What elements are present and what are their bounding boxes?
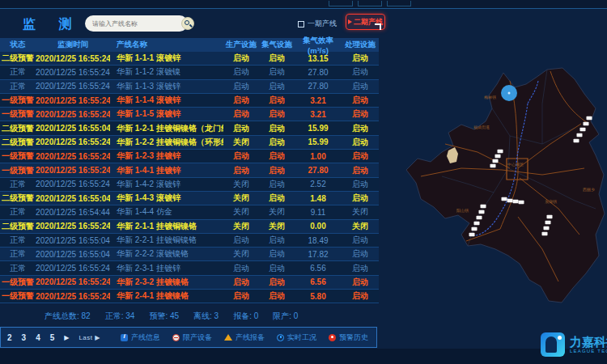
page-number[interactable]: 3 [22, 333, 27, 342]
cell-efficiency: 9.11 [295, 208, 342, 217]
search-input[interactable] [85, 15, 181, 32]
device-marker[interactable] [580, 128, 586, 131]
cell-efficiency: 1.48 [295, 194, 342, 203]
table-row[interactable]: 正常 2020/12/25 16:55:04 华新 2-2-2 滚镀镍铬 关闭 … [0, 248, 379, 261]
cell-treatment: 关闭 [342, 206, 379, 218]
device-marker[interactable] [479, 210, 485, 214]
page-number[interactable]: 4 [36, 333, 40, 342]
table-row[interactable]: 二级预警 2020/12/25 16:55:24 华新 2-1-1 挂镀铜镍铬 … [0, 220, 379, 234]
region-map[interactable]: 梅林镇福成街道中心城区西丽乡阳山镇东湖镇 [397, 47, 607, 315]
table-row[interactable]: 一级预警 2020/12/25 16:55:24 华新 1-1-5 滚镀锌 启动… [0, 108, 379, 121]
cell-status: 一级预警 [0, 95, 36, 106]
cell-time: 2020/12/25 16:55:24 [36, 110, 110, 119]
cell-line-name: 华新 2-3-2 挂镀镍铬 [110, 277, 223, 288]
cell-line-name: 华新 1-2-3 挂镀锌 [110, 150, 223, 162]
device-marker[interactable] [519, 201, 524, 204]
flag-icon [348, 19, 352, 24]
cell-gas-collection: 关闭 [259, 221, 295, 232]
device-marker[interactable] [490, 164, 496, 167]
table-row[interactable]: 正常 2020/12/25 16:55:24 华新 2-3-1 挂镀锌 启动 启… [0, 261, 379, 275]
cell-time: 2020/12/25 16:55:24 [36, 292, 110, 301]
table-row[interactable]: 一级预警 2020/12/25 16:55:24 华新 1-2-3 挂镀锌 启动… [0, 150, 379, 163]
column-header: 监测时间 [36, 40, 110, 50]
device-marker[interactable] [474, 222, 480, 225]
summary-item: 正常: 34 [105, 311, 135, 322]
cell-status: 二级预警 [0, 221, 36, 232]
device-marker[interactable] [498, 150, 503, 153]
table-row[interactable]: 正常 2020/12/25 16:55:24 华新 1-1-3 滚镀锌 启动 启… [0, 80, 379, 94]
device-marker[interactable] [584, 122, 589, 125]
summary-bar: 产线总数: 82正常: 34预警: 45离线: 3报备: 0限产: 0 [45, 309, 384, 324]
pagination: 2345▶Last ▶ [1, 333, 100, 342]
cell-line-name: 华新 1-1-4 滚镀锌 [110, 95, 223, 106]
device-marker[interactable] [469, 233, 475, 236]
next-page-icon[interactable]: ▶ [64, 334, 69, 341]
table-row[interactable]: 一级预警 2020/12/25 16:55:24 华新 1-1-4 滚镀锌 启动… [0, 94, 379, 108]
cell-status: 一级预警 [0, 150, 36, 162]
device-marker[interactable] [481, 205, 486, 208]
toolbar-button[interactable]: 实时工况 [277, 332, 316, 343]
toolbar-button[interactable]: 预警历史 [329, 332, 368, 343]
last-page-button[interactable]: Last ▶ [79, 334, 100, 341]
device-marker[interactable] [542, 232, 548, 235]
warning-triangle-icon [224, 334, 232, 341]
top-decor-strip [0, 0, 607, 9]
table-row[interactable]: 正常 2020/12/25 16:54:44 华新 1-4-4 仿金 关闭 关闭… [0, 205, 379, 219]
bottom-toolbar: 2345▶Last ▶ 产线信息限产设备产线报备实时工况预警历史 [0, 327, 377, 348]
cell-production-facility: 启动 [223, 263, 259, 274]
table-row[interactable]: 一级预警 2020/12/25 16:55:24 华新 1-4-1 挂镀锌 启动… [0, 163, 379, 177]
cell-efficiency: 18.49 [295, 236, 342, 245]
table-row[interactable]: 二级预警 2020/12/25 16:55:24 华新 1-2-2 挂镀铜镍铬（… [0, 136, 379, 150]
device-marker[interactable] [547, 215, 553, 218]
cell-line-name: 华新 1-2-2 挂镀铜镍铬（环形线） [110, 137, 223, 148]
search-button[interactable] [181, 17, 194, 30]
table-row[interactable]: 一级预警 2020/12/25 16:55:24 华新 2-4-1 挂镀镍铬 启… [0, 290, 379, 303]
device-marker[interactable] [472, 227, 478, 231]
device-marker[interactable] [477, 216, 482, 219]
cell-gas-collection: 启动 [259, 53, 295, 64]
cell-line-name: 华新 2-2-1 挂镀铜镍铬 [110, 235, 223, 246]
brand-logo: 力嘉科技 LEAGUE TECH [541, 328, 607, 361]
table-header-row: 状态监测时间产线名称生产设施集气设施集气效率(m³/s)处理设施 [0, 38, 379, 52]
cell-treatment: 启动 [342, 150, 379, 162]
toolbar-button[interactable]: 限产设备 [172, 332, 212, 343]
cell-production-facility: 关闭 [223, 221, 259, 232]
cell-efficiency: 2.52 [295, 180, 342, 188]
page-number[interactable]: 2 [7, 333, 12, 342]
cell-time: 2020/12/25 16:55:24 [36, 264, 110, 273]
cell-treatment: 启动 [342, 235, 379, 246]
device-marker[interactable] [502, 197, 507, 201]
device-marker[interactable] [513, 200, 519, 203]
table-row[interactable]: 二级预警 2020/12/25 16:55:04 华新 1-2-1 挂镀铜镍铬（… [0, 121, 379, 135]
toolbar-button[interactable]: 产线报备 [224, 332, 265, 343]
cell-time: 2020/12/25 16:55:04 [36, 124, 110, 133]
cell-production-facility: 启动 [223, 165, 259, 176]
cell-status: 一级预警 [0, 277, 36, 288]
checkbox-icon[interactable] [298, 21, 304, 28]
device-marker[interactable] [545, 221, 551, 224]
device-marker[interactable] [544, 226, 550, 230]
phase1-checkbox[interactable]: 一期产线 [298, 19, 337, 29]
device-marker[interactable] [495, 154, 501, 158]
table-row[interactable]: 一级预警 2020/12/25 16:55:24 华新 2-3-2 挂镀镍铬 启… [0, 276, 379, 290]
table-row[interactable]: 二级预警 2020/12/25 16:55:24 华新 1-1-1 滚镀锌 启动… [0, 52, 379, 66]
phase1-label: 一期产线 [308, 19, 337, 29]
device-marker[interactable] [507, 199, 513, 202]
table-row[interactable]: 正常 2020/12/25 16:55:24 华新 1-4-2 滚镀锌 关闭 启… [0, 178, 379, 192]
table-row[interactable]: 正常 2020/12/25 16:55:04 华新 2-2-1 挂镀铜镍铬 启动… [0, 234, 379, 248]
toolbar-button-label: 产线信息 [131, 332, 160, 343]
cell-status: 一级预警 [0, 290, 36, 302]
decor-tab [358, 1, 382, 6]
device-marker[interactable] [574, 139, 579, 142]
device-marker[interactable] [577, 133, 583, 137]
table-row[interactable]: 正常 2020/12/25 16:55:24 华新 1-1-2 滚镀镍 启动 启… [0, 66, 379, 79]
toolbar-button[interactable]: 产线信息 [121, 332, 160, 343]
device-marker[interactable] [587, 116, 592, 120]
cell-status: 正常 [0, 179, 36, 190]
table-row[interactable]: 二级预警 2020/12/25 16:55:04 华新 1-4-3 滚镀锌 关闭… [0, 192, 379, 205]
device-marker[interactable] [493, 159, 499, 163]
cell-treatment: 启动 [342, 81, 379, 92]
cell-line-name: 华新 1-1-1 滚镀锌 [110, 53, 223, 64]
decor-tab [329, 1, 353, 6]
page-number[interactable]: 5 [50, 333, 55, 342]
